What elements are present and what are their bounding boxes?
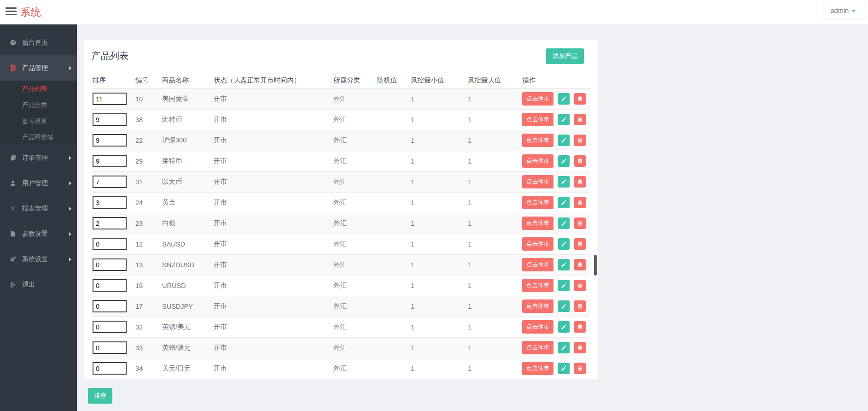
toggle-market-button[interactable]: 点击休市 [522,299,553,313]
delete-button[interactable] [574,217,586,229]
cell-name: SNZDUSD [161,254,213,275]
sidebar-item-gears[interactable]: 系统设置 [0,247,77,272]
hamburger-icon[interactable] [6,7,17,17]
edit-button[interactable] [558,155,570,167]
toggle-market-button[interactable]: 点击休市 [522,154,553,168]
cell-category: 外汇 [332,151,376,171]
vertical-scrollbar-thumb[interactable] [594,255,597,276]
delete-button[interactable] [574,321,586,333]
cell-id: 38 [134,109,161,130]
sidebar-item-bitcoin[interactable]: ₿ 产品管理 [0,55,77,81]
toggle-market-button[interactable]: 点击休市 [522,134,553,147]
cell-random [376,130,410,151]
sort-submit-button[interactable]: 排序 [88,388,112,404]
column-header: 所属分类 [332,72,376,88]
toggle-market-button[interactable]: 点击休市 [522,362,553,375]
cell-random [376,171,410,192]
trash-icon [577,220,583,226]
chevron-down-icon [852,10,856,12]
cell-name: 美国黄金 [161,88,213,109]
sort-input[interactable] [93,300,127,312]
cell-risk-min: 1 [410,151,467,171]
delete-button[interactable] [574,114,586,125]
toggle-market-button[interactable]: 点击休市 [522,279,553,292]
toggle-market-button[interactable]: 点击休市 [522,320,553,334]
trash-icon [577,200,583,206]
sort-input[interactable] [93,258,127,271]
sidebar-item-params[interactable]: 参数设置 [0,221,77,247]
sidebar-item-logout[interactable]: 退出 [0,272,77,297]
cell-random [376,234,410,254]
edit-button[interactable] [558,176,570,188]
cell-risk-min: 1 [410,254,467,275]
sidebar-item-user[interactable]: 用户管理 [0,170,77,196]
sidebar-item-yen[interactable]: ¥ 报表管理 [0,196,77,221]
delete-button[interactable] [574,155,586,167]
cell-status: 开市 [213,192,332,213]
cell-category: 外汇 [332,109,376,130]
sidebar-subitem[interactable]: 盈亏设置 [0,113,77,129]
edit-button[interactable] [558,342,570,353]
edit-button[interactable] [558,259,570,270]
delete-button[interactable] [574,176,586,188]
add-product-button[interactable]: 添加产品 [546,48,584,64]
edit-button[interactable] [558,280,570,291]
sort-input[interactable] [93,341,127,354]
delete-button[interactable] [574,259,586,270]
toggle-market-button[interactable]: 点击休市 [522,341,553,354]
cell-category: 外汇 [332,317,376,337]
cell-status: 开市 [213,254,332,275]
edit-button[interactable] [558,217,570,229]
cell-risk-max: 1 [467,317,521,337]
delete-button[interactable] [574,342,586,353]
delete-button[interactable] [574,135,586,146]
sort-input[interactable] [93,176,127,188]
edit-button[interactable] [558,238,570,250]
product-list-card: 产品列表 添加产品 排序编号商品名称状态（大盘正常开市时间内）所属分类随机值风控… [84,40,598,379]
toggle-market-button[interactable]: 点击休市 [522,217,553,230]
sort-input[interactable] [93,279,127,292]
edit-button[interactable] [558,321,570,333]
sort-input[interactable] [93,155,127,167]
toggle-market-button[interactable]: 点击休市 [522,258,553,271]
edit-button[interactable] [558,197,570,208]
toggle-market-button[interactable]: 点击休市 [522,113,553,126]
sort-input[interactable] [93,196,127,209]
toggle-market-button[interactable]: 点击休市 [522,237,553,251]
delete-button[interactable] [574,363,586,374]
sort-input[interactable] [93,217,127,229]
cell-id: 17 [134,296,161,317]
delete-button[interactable] [574,300,586,312]
sort-input[interactable] [93,113,127,126]
trash-icon [577,303,583,309]
cell-risk-min: 1 [410,275,467,296]
sidebar-submenu: 产品列表 产品分类 盈亏设置 产品回收站 [0,81,77,145]
cell-random [376,296,410,317]
sidebar-subitem[interactable]: 产品列表 [0,81,77,97]
brand-logo[interactable]: 系统 [20,6,41,19]
edit-button[interactable] [558,300,570,312]
sort-input[interactable] [93,238,127,250]
user-dropdown[interactable]: admin [823,2,866,19]
sidebar-subitem[interactable]: 产品回收站 [0,129,77,145]
params-icon [6,230,19,237]
toggle-market-button[interactable]: 点击休市 [522,175,553,188]
edit-button[interactable] [558,135,570,146]
delete-button[interactable] [574,280,586,291]
toggle-market-button[interactable]: 点击休市 [522,196,553,209]
sidebar-item-orders[interactable]: 订单管理 [0,145,77,170]
sort-input[interactable] [93,321,127,333]
delete-button[interactable] [574,93,586,105]
edit-button[interactable] [558,114,570,125]
toggle-market-button[interactable]: 点击休市 [522,92,553,106]
cell-random [376,88,410,109]
sort-input[interactable] [93,134,127,147]
edit-button[interactable] [558,93,570,105]
delete-button[interactable] [574,238,586,250]
sort-input[interactable] [93,362,127,375]
edit-button[interactable] [558,363,570,374]
sort-input[interactable] [93,93,127,105]
sidebar-item-dashboard[interactable]: 后台首页 [0,30,77,55]
sidebar-subitem[interactable]: 产品分类 [0,97,77,113]
delete-button[interactable] [574,197,586,208]
